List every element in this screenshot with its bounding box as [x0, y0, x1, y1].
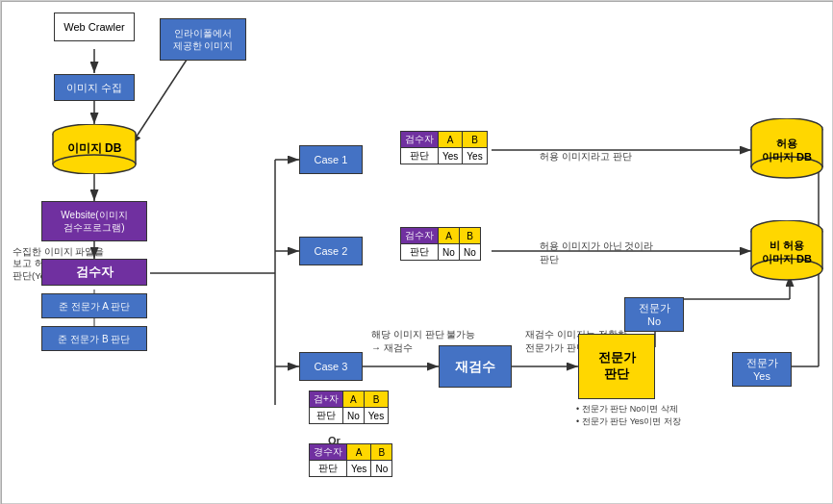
expert-yes-box: 전문가 Yes	[732, 352, 792, 387]
case2-box: Case 2	[299, 237, 363, 265]
table-case1: 검수자 A B 판단 Yes Yes	[400, 131, 488, 164]
image-db-cylinder: 이미지 DB	[51, 124, 138, 174]
svg-point-27	[53, 155, 136, 174]
expert-b-box: 준 전문가 B 판단	[41, 326, 147, 351]
diagram-container: Web Crawler 이미지 수집 이미지 DB 인라이폴에서 제공한 이미지…	[0, 0, 833, 504]
inspector-box: 검수자	[41, 259, 147, 286]
inlapole-image-box: 인라이폴에서 제공한 이미지	[160, 18, 246, 61]
case2-label: 허용 이미지가 아닌 것이라 판단	[540, 239, 653, 266]
recheck-box: 재검수	[439, 345, 512, 388]
expert-a-box: 준 전문가 A 판단	[41, 293, 147, 318]
table-case2: 검수자 A B 판단 No No	[400, 227, 481, 261]
case1-label: 허용 이미지라고 판단	[540, 150, 632, 164]
table-case3a: 검+자 A B 판단 No Yes	[309, 391, 389, 424]
not-allowed-db-cylinder: 비 허용 이미지 DB	[749, 220, 824, 284]
table-case3b: 경수자 A B 판단 Yes No	[309, 443, 392, 477]
case1-box: Case 1	[299, 145, 363, 174]
expert-no-box: 전문가 No	[624, 297, 684, 332]
web-crawler-box: Web Crawler	[54, 13, 135, 41]
website-box: Website(이미지 검수프로그램)	[41, 201, 147, 241]
expert-judge-box: 전문가 판단	[578, 334, 655, 399]
case3-box: Case 3	[299, 352, 363, 381]
image-collect-box: 이미지 수집	[54, 74, 135, 101]
expert-judge-desc: • 전문가 판단 No이면 삭제 • 전문가 판단 Yes이면 저장	[576, 403, 681, 427]
svg-line-3	[131, 54, 190, 145]
allowed-db-cylinder: 허용 이미지 DB	[749, 118, 824, 182]
